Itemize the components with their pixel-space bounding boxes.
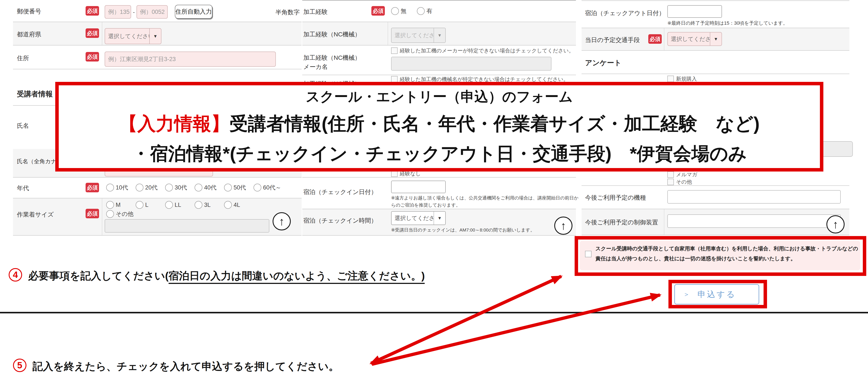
required-badge: 必須 [86,209,99,218]
address-autofill-button[interactable]: 住所自動入力 [175,5,212,19]
age-option-60s[interactable]: 60代～ [253,184,281,191]
exp-option-yes[interactable]: 有 [417,7,432,15]
radio-icon [253,184,261,191]
scroll-top-button[interactable]: ↑ [827,215,845,233]
student-info-heading: 受講者情報 [17,89,53,99]
maker-unknown-checkbox[interactable]: 経験した加工機のメーカーが特定できない場合はチェックしてください。 [391,47,574,54]
checkbox-icon [668,171,674,178]
checkin-time-note: ※受講日当日のチェックインは、AM7:00～8:00の間でお願いします。 [391,227,535,233]
address-label: 住所 [17,54,29,62]
checkout-date-input[interactable] [668,5,722,18]
school-entry-form-page: 郵便番号 必須 例）135 - 例）0052 住所自動入力 半角数字 都道府県 … [0,0,868,387]
exp-nc-label: 加工経験（NC機械） [303,30,361,38]
annotation-title-line-2: 【入力情報】受講者情報(住所・氏名・年代・作業着サイズ・加工経験 など) [119,111,760,136]
annotation-title-line-3: ・宿泊情報*(チェックイン・チェックアウト日・交通手段) *伊賀会場のみ [132,141,747,166]
prefecture-label: 都道府県 [17,30,41,38]
transport-label: 当日の予定交通手段 [585,36,640,44]
checkin-time-select[interactable]: 選択してください ▼ [391,211,446,225]
future-controller-label: 今後ご利用予定の制御装置 [585,218,658,227]
radio-icon [224,184,232,191]
submit-button[interactable]: ＞ 申込する [674,284,759,304]
step-4-underlined-text: 宿泊日の入力は間違いのないよう、ご注意ください。) [168,270,425,284]
step-4-circle: 4 [9,268,22,282]
chevron-down-icon: ▼ [434,28,445,42]
age-option-20s[interactable]: 20代 [136,184,157,191]
postal-code-input-2[interactable]: 例）0052 [136,5,168,19]
checkout-date-label: 宿泊（チェックアウト日付） [585,9,665,17]
scroll-top-button[interactable]: ↑ [554,217,572,235]
radio-icon [391,7,399,15]
annotation-title-line-1: スクール・エントリー（申込）のフォーム [306,87,573,106]
exp-maker-label-1: 加工経験（NC機械） [303,54,361,62]
wear-option-ll[interactable]: LL [165,201,181,209]
wear-option-4l[interactable]: 4L [224,201,240,209]
address-input[interactable]: 例）江東区潮見2丁目3-23 [105,52,276,67]
age-option-40s[interactable]: 40代 [194,184,216,191]
workwear-size-label: 作業着サイズ [17,211,54,219]
maker-name-input[interactable] [391,57,552,71]
exp-option-none[interactable]: 無 [391,7,406,15]
wear-other-input[interactable] [105,219,269,233]
radio-icon [106,201,114,209]
radio-icon [106,210,114,218]
prefecture-select[interactable]: 選択してください ▼ [105,28,161,44]
annotation-title-line-2-red: 【入力情報】 [119,113,229,134]
annotation-title-box: スクール・エントリー（申込）のフォーム 【入力情報】受講者情報(住所・氏名・年代… [55,82,824,171]
checkin-date-input[interactable] [391,181,446,193]
radio-icon [224,201,232,209]
chevron-right-icon: ＞ [683,290,690,299]
wear-option-l[interactable]: L [136,201,148,209]
wear-option-m[interactable]: M [106,201,121,209]
age-label: 年代 [17,184,29,192]
radio-icon [194,201,203,209]
checkbox-icon [391,47,398,54]
chevron-down-icon: ▼ [434,212,445,225]
survey-option-new-purchase[interactable]: 新規購入 [668,75,697,82]
age-option-30s[interactable]: 30代 [165,184,187,191]
age-option-10s[interactable]: 10代 [106,184,128,191]
required-badge: 必須 [86,6,99,15]
checkout-date-note: ※最終日の終了予定時刻は15：30頃を予定しています。 [668,20,788,26]
checkbox-icon [668,179,674,185]
step-4-text: 必要事項を記入してください(宿泊日の入力は間違いのないよう、ご注意ください。) [28,269,425,283]
future-model-label: 今後ご利用予定の機種 [585,194,646,202]
radio-icon [165,184,173,191]
required-badge: 必須 [648,34,662,44]
chevron-down-icon: ▼ [710,32,721,45]
agreement-text-line-2: 責任は当人が持つものとし、貴社には一切の迷惑を掛けないことを誓約いたします。 [595,255,796,262]
required-badge: 必須 [86,183,99,192]
row-processing-experience [302,1,576,22]
radio-icon [417,7,425,15]
age-option-50s[interactable]: 50代 [224,184,246,191]
survey-option-mailmag[interactable]: メルマガ [668,171,697,178]
agreement-checkbox[interactable] [585,251,591,257]
future-controller-input[interactable] [668,215,841,228]
required-badge: 必須 [371,6,385,15]
step-5-text: 記入を終えたら、チェックを入れて申込するを押してください。 [32,359,339,373]
survey-option-other[interactable]: その他 [668,179,692,185]
postal-code-input-1[interactable]: 例）135 [105,5,131,19]
postal-code-label: 郵便番号 [17,7,41,15]
transport-select[interactable]: 選択してください ▼ [668,32,722,46]
wear-option-3l[interactable]: 3L [194,201,211,209]
name-label: 氏名 [17,122,29,130]
postal-dash: - [133,9,135,15]
radio-icon [194,184,203,191]
name-kana-label: 氏名（全角カナ [17,158,57,165]
future-model-input[interactable] [668,190,841,203]
processing-exp-label: 加工経験 [303,8,328,16]
up-arrow-icon: ↑ [561,219,566,232]
radio-icon [136,184,144,191]
scroll-top-button[interactable]: ↑ [273,212,291,230]
checkbox-icon [391,76,398,83]
up-arrow-icon: ↑ [833,218,838,231]
checkbox-icon [668,75,674,82]
checkin-time-label: 宿泊（チェックイン時間） [303,217,377,225]
exp-nc-select[interactable]: 選択してください ▼ [391,28,446,43]
radio-icon [165,201,173,209]
checkin-date-label: 宿泊（チェックイン日付） [303,188,377,196]
wear-option-other[interactable]: その他 [106,210,133,218]
agreement-text-line-1: スクール受講時の交通手段として自家用車（社用車含む）を利用した場合、利用における… [595,245,858,252]
chevron-down-icon: ▼ [149,29,161,44]
radio-icon [106,184,114,191]
